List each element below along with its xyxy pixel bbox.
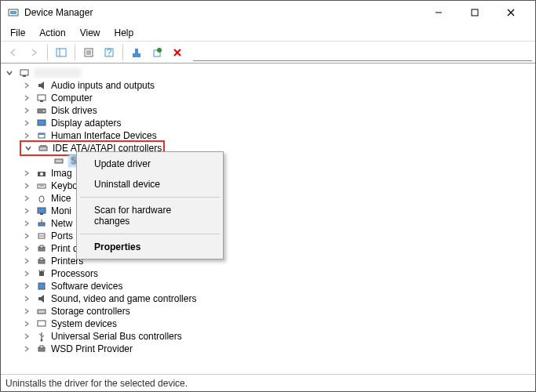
toolbar-divider — [193, 60, 532, 61]
tree-node-sound[interactable]: Sound, video and game controllers — [2, 292, 534, 305]
chevron-right-icon[interactable] — [21, 105, 32, 116]
chevron-right-icon[interactable] — [21, 230, 32, 241]
toolbar: ? — [1, 42, 535, 64]
svg-rect-53 — [38, 283, 45, 289]
update-driver-button[interactable] — [127, 43, 146, 62]
svg-rect-15 — [135, 49, 138, 53]
properties-button[interactable] — [79, 43, 98, 62]
tree-node-storage[interactable]: Storage controllers — [2, 305, 534, 318]
chevron-right-icon[interactable] — [21, 268, 32, 279]
svg-rect-38 — [40, 213, 43, 215]
scan-hardware-button[interactable] — [148, 43, 166, 62]
svg-rect-6 — [57, 49, 66, 56]
statusbar: Uninstalls the driver for the selected d… — [1, 374, 535, 391]
controller-icon — [37, 142, 49, 154]
root-label — [34, 68, 81, 78]
computer-icon — [18, 67, 31, 79]
monitor-icon — [35, 205, 48, 217]
svg-rect-49 — [39, 271, 44, 276]
menu-view[interactable]: View — [74, 26, 107, 40]
chevron-right-icon[interactable] — [21, 318, 32, 329]
chevron-right-icon[interactable] — [21, 205, 32, 216]
tree-node-system[interactable]: System devices — [2, 318, 534, 330]
device-tree[interactable]: Audio inputs and outputs Computer Disk d… — [1, 64, 535, 374]
svg-point-44 — [42, 235, 44, 237]
chevron-right-icon[interactable] — [21, 343, 32, 354]
node-label: Moni — [51, 205, 71, 216]
chevron-right-icon[interactable] — [21, 80, 32, 91]
chevron-down-icon[interactable] — [4, 67, 15, 78]
tree-node-audio[interactable]: Audio inputs and outputs — [2, 79, 534, 92]
ctx-scan-hardware[interactable]: Scan for hardware changes — [78, 200, 221, 231]
ctx-update-driver[interactable]: Update driver — [78, 154, 221, 174]
printer-icon — [35, 255, 48, 267]
svg-rect-31 — [55, 159, 63, 163]
chevron-right-icon[interactable] — [21, 243, 32, 254]
tree-node-disk[interactable]: Disk drives — [2, 104, 534, 117]
svg-rect-46 — [40, 245, 43, 248]
svg-rect-1 — [10, 11, 16, 14]
node-label: Keybo — [51, 180, 78, 191]
software-icon — [35, 280, 48, 292]
tree-node-processors[interactable]: Processors — [2, 267, 534, 280]
node-label: Processors — [51, 268, 98, 279]
node-label: System devices — [51, 318, 117, 329]
chevron-right-icon[interactable] — [21, 93, 32, 103]
tree-node-computer[interactable]: Computer — [2, 92, 534, 104]
menubar: File Action View Help — [1, 24, 535, 42]
node-label: Disk drives — [51, 105, 97, 116]
svg-rect-28 — [38, 133, 45, 135]
svg-rect-22 — [38, 95, 46, 100]
chevron-right-icon[interactable] — [21, 118, 32, 129]
svg-point-57 — [41, 339, 43, 342]
chevron-right-icon[interactable] — [21, 180, 32, 191]
help-button[interactable]: ? — [100, 43, 119, 62]
toolbar-separator — [75, 45, 75, 60]
tree-node-display[interactable]: Display adapters — [2, 117, 534, 129]
svg-rect-54 — [38, 310, 46, 314]
svg-point-36 — [39, 196, 44, 202]
ctx-properties[interactable]: Properties — [78, 237, 221, 257]
expander-empty — [38, 155, 49, 166]
svg-rect-55 — [38, 321, 46, 326]
titlebar: Device Manager — [1, 1, 535, 24]
statusbar-text: Uninstalls the driver for the selected d… — [5, 378, 188, 389]
menu-help[interactable]: Help — [108, 26, 140, 40]
svg-rect-39 — [38, 223, 45, 226]
menu-file[interactable]: File — [4, 26, 31, 40]
svg-point-43 — [41, 235, 42, 237]
chevron-right-icon[interactable] — [21, 331, 32, 342]
svg-rect-26 — [38, 120, 46, 125]
chevron-right-icon[interactable] — [21, 168, 32, 179]
tree-root[interactable] — [2, 67, 534, 79]
svg-rect-30 — [40, 145, 46, 147]
chevron-right-icon[interactable] — [21, 293, 32, 304]
menu-action[interactable]: Action — [33, 26, 71, 40]
tree-node-usb[interactable]: Universal Serial Bus controllers — [2, 330, 534, 343]
minimize-button[interactable] — [421, 1, 457, 24]
uninstall-button[interactable] — [168, 43, 187, 62]
tree-node-software[interactable]: Software devices — [2, 280, 534, 292]
svg-rect-20 — [20, 70, 28, 75]
chevron-right-icon[interactable] — [21, 193, 32, 204]
maximize-button[interactable] — [457, 1, 493, 24]
ctx-uninstall-device[interactable]: Uninstall device — [78, 174, 221, 194]
show-hide-tree-button[interactable] — [52, 43, 71, 62]
close-button[interactable] — [493, 1, 529, 24]
controller-icon — [53, 154, 65, 167]
chevron-right-icon[interactable] — [21, 130, 32, 141]
node-label: Sound, video and game controllers — [51, 293, 196, 304]
chevron-right-icon[interactable] — [21, 281, 32, 292]
toolbar-separator — [47, 45, 48, 60]
svg-point-33 — [40, 172, 43, 176]
node-label: Audio inputs and outputs — [51, 80, 155, 91]
node-label: Human Interface Devices — [51, 130, 157, 141]
chevron-down-icon[interactable] — [23, 143, 34, 154]
keyboard-icon — [35, 180, 48, 192]
chevron-right-icon[interactable] — [21, 256, 32, 267]
chevron-right-icon[interactable] — [21, 218, 32, 229]
app-icon — [7, 6, 20, 19]
chevron-right-icon[interactable] — [21, 306, 32, 317]
display-icon — [35, 117, 48, 129]
tree-node-wsd[interactable]: WSD Print Provider — [2, 343, 534, 355]
